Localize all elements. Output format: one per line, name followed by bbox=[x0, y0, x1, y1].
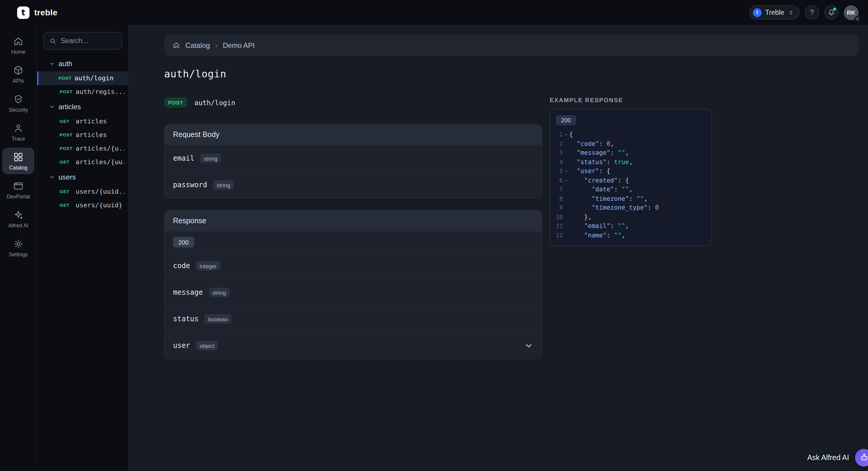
rail-item-label: Security bbox=[8, 107, 28, 113]
method-label: POST bbox=[60, 89, 73, 94]
line-number: 8 bbox=[553, 194, 563, 203]
method-label: POST bbox=[60, 132, 73, 137]
page-title: auth/login bbox=[164, 68, 542, 80]
line-number: 12 bbox=[553, 231, 563, 240]
tree-item-users-uuid[interactable]: GETusers/{uuid} bbox=[37, 198, 128, 212]
topbar-right: t Treble ? RK ▾ bbox=[749, 5, 859, 20]
workspace-switcher[interactable]: t Treble bbox=[749, 5, 800, 20]
rail-item-label: APIs bbox=[13, 78, 24, 84]
code-line: 9 "timezone_type": 0 bbox=[553, 203, 707, 212]
code-text: "user": { bbox=[569, 166, 610, 176]
tree-item-articles-uu[interactable]: GETarticles/{uu... bbox=[37, 155, 128, 169]
tree-item-label: users/{uuid} bbox=[75, 201, 123, 209]
rail-item-security[interactable]: Security bbox=[2, 90, 34, 116]
fold-chevron-icon[interactable] bbox=[563, 166, 569, 174]
tree-group-label: articles bbox=[58, 103, 81, 111]
alfred-robot-icon[interactable] bbox=[855, 448, 868, 466]
rail-item-label: Catalog bbox=[9, 165, 27, 171]
status-badge[interactable]: 200 bbox=[173, 237, 194, 247]
field-row-user[interactable]: userobject bbox=[165, 332, 541, 358]
tree-item-articles[interactable]: POSTarticles bbox=[37, 128, 128, 142]
line-number: 1 bbox=[553, 130, 563, 139]
settings-icon bbox=[13, 239, 24, 249]
rail-item-label: Home bbox=[11, 49, 25, 55]
code-text: "email": "", bbox=[569, 221, 629, 231]
tree-group-auth[interactable]: auth bbox=[37, 56, 128, 71]
type-badge: string bbox=[209, 288, 229, 297]
avatar[interactable]: RK ▾ bbox=[844, 5, 859, 20]
field-row-status: statusboolean bbox=[165, 305, 541, 332]
code-text: "timezone": "", bbox=[569, 194, 648, 203]
selector-icon bbox=[788, 9, 794, 15]
rail-item-label: DevPortal bbox=[6, 194, 30, 200]
help-button[interactable]: ? bbox=[805, 5, 819, 20]
rail: HomeAPIsSecurityTraceCatalogDevPortalAlf… bbox=[0, 25, 37, 471]
sidebar: authPOSTauth/loginPOSTauth/regis...artic… bbox=[37, 25, 129, 471]
rail-item-catalog[interactable]: Catalog bbox=[2, 148, 34, 174]
field-name: status bbox=[173, 315, 199, 323]
workspace-name: Treble bbox=[765, 9, 784, 16]
fold-chevron-icon[interactable] bbox=[563, 176, 569, 183]
type-badge: integer bbox=[196, 261, 220, 271]
rail-item-home[interactable]: Home bbox=[2, 32, 34, 59]
rail-item-label: Settings bbox=[8, 252, 28, 257]
tree-item-label: articles bbox=[75, 131, 107, 139]
rail-item-alfred-ai[interactable]: Alfred AI bbox=[2, 206, 34, 232]
content-row: auth/login POST auth/login Request Body … bbox=[164, 68, 859, 359]
code-line: 10 }, bbox=[553, 212, 707, 221]
tree-item-auth-login[interactable]: POSTauth/login bbox=[37, 71, 128, 85]
tree-item-label: articles bbox=[75, 118, 107, 125]
tree-group-articles[interactable]: articles bbox=[37, 99, 128, 115]
home-icon bbox=[173, 41, 180, 49]
alfred-fab[interactable]: Ask Alfred AI bbox=[807, 448, 868, 466]
code-text: "code": 0, bbox=[569, 139, 614, 148]
line-number: 9 bbox=[553, 203, 563, 212]
status-tab-200[interactable]: 200 bbox=[556, 115, 576, 125]
method-label: GET bbox=[60, 189, 73, 194]
tree-item-label: articles/{uu... bbox=[75, 158, 125, 166]
search-box[interactable] bbox=[43, 32, 122, 50]
rail-item-trace[interactable]: Trace bbox=[2, 119, 34, 145]
code-line: 2 "code": 0, bbox=[553, 139, 707, 148]
line-number: 4 bbox=[553, 157, 563, 166]
request-body-header: Request Body bbox=[165, 125, 541, 145]
chevron-down-icon bbox=[49, 104, 55, 110]
code-line: 3 "message": "", bbox=[553, 148, 707, 157]
search-icon bbox=[49, 37, 57, 44]
response-fields: codeintegermessagestringstatusbooleanuse… bbox=[165, 252, 541, 358]
rail-item-label: Alfred AI bbox=[8, 223, 28, 228]
expand-chevron-icon[interactable] bbox=[524, 341, 533, 350]
notifications-button[interactable] bbox=[824, 5, 838, 20]
app-window: t treble t Treble ? RK ▾ Ho bbox=[0, 0, 868, 471]
right-column: EXAMPLE RESPONSE 200 1{2 "code": 0,3 "me… bbox=[550, 68, 712, 246]
method-badge: POST bbox=[164, 97, 187, 107]
code-line: 7 "date": "", bbox=[553, 185, 707, 194]
code-text: "message": "", bbox=[569, 148, 629, 157]
tree-item-articles-u[interactable]: POSTarticles/{u... bbox=[37, 142, 128, 155]
field-row-email: emailstring bbox=[165, 145, 541, 171]
search-input[interactable] bbox=[61, 37, 116, 44]
tree-item-label: auth/regis... bbox=[75, 88, 125, 96]
tree-group-label: auth bbox=[58, 60, 72, 68]
method-label: GET bbox=[60, 159, 73, 165]
rail-item-settings[interactable]: Settings bbox=[2, 234, 34, 261]
tree-item-users-uuid[interactable]: GETusers/{uuid... bbox=[37, 185, 128, 198]
type-badge: string bbox=[213, 180, 234, 190]
rail-item-devportal[interactable]: DevPortal bbox=[2, 177, 34, 203]
type-badge: string bbox=[200, 154, 221, 163]
chevron-down-icon bbox=[49, 61, 55, 67]
rail-item-label: Trace bbox=[11, 136, 25, 142]
tree-group-users[interactable]: users bbox=[37, 169, 128, 185]
tree-item-auth-regis[interactable]: POSTauth/regis... bbox=[37, 85, 128, 99]
rail-item-apis[interactable]: APIs bbox=[2, 61, 34, 87]
breadcrumb-catalog[interactable]: Catalog bbox=[185, 41, 210, 49]
tree-item-articles[interactable]: GETarticles bbox=[37, 115, 128, 128]
fold-chevron-icon[interactable] bbox=[563, 130, 569, 137]
line-number: 2 bbox=[553, 139, 563, 148]
code-text: "status": true, bbox=[569, 157, 633, 166]
chevron-down-icon bbox=[49, 174, 55, 180]
endpoint-path: auth/login bbox=[194, 98, 235, 106]
brand[interactable]: t treble bbox=[17, 6, 58, 19]
code-line: 5 "user": { bbox=[553, 166, 707, 176]
code-body: 1{2 "code": 0,3 "message": "",4 "status"… bbox=[550, 128, 712, 246]
